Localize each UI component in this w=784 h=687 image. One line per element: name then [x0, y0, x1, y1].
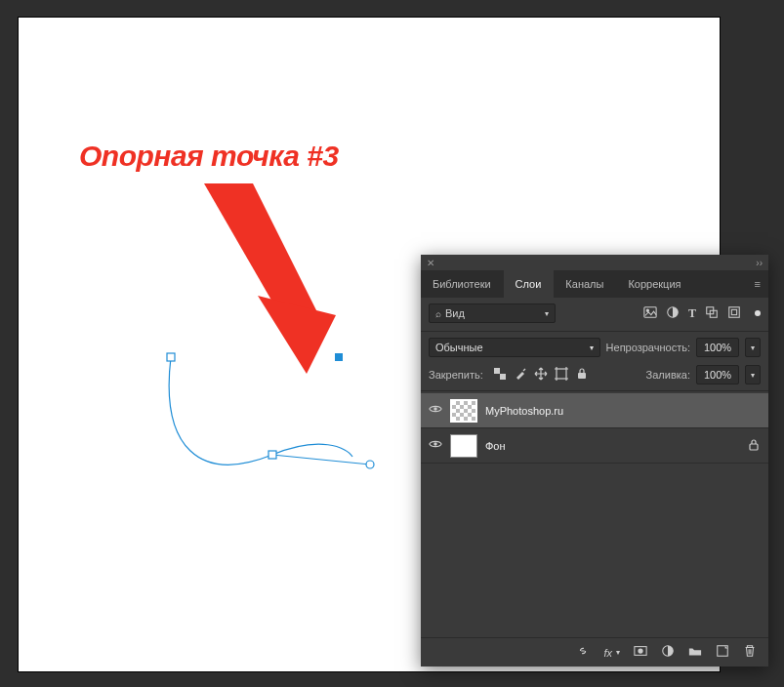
layers-list: MyPhotoshop.ru Фон [421, 393, 768, 637]
annotation-text: Опорная точка #3 [79, 140, 339, 173]
layers-panel: ✕ ›› Библиотеки Слои Каналы Коррекция ≡ … [421, 255, 768, 667]
anchor-point-1[interactable] [167, 353, 175, 361]
lock-move-icon[interactable] [534, 367, 548, 383]
add-mask-icon[interactable] [634, 644, 647, 661]
filter-smartobject-icon[interactable] [727, 305, 741, 322]
tab-layers[interactable]: Слои [504, 270, 555, 298]
layer-name: Фон [485, 440, 506, 452]
chevron-down-icon: ▾ [545, 309, 549, 318]
visibility-icon[interactable] [429, 437, 442, 454]
layer-row[interactable]: MyPhotoshop.ru [421, 393, 768, 428]
tab-channels[interactable]: Каналы [554, 270, 616, 298]
tab-adjustments[interactable]: Коррекция [616, 270, 693, 298]
svg-point-16 [433, 442, 437, 446]
anchor-point-3-selected[interactable] [335, 353, 343, 361]
panel-menu-icon[interactable]: ≡ [747, 270, 768, 298]
svg-rect-10 [494, 368, 500, 374]
svg-rect-17 [750, 444, 758, 450]
svg-rect-8 [729, 306, 740, 317]
fx-icon[interactable]: fx [603, 647, 612, 659]
fill-value[interactable]: 100% [696, 365, 739, 384]
panel-tabs: Библиотеки Слои Каналы Коррекция ≡ [421, 270, 768, 298]
lock-all-icon[interactable] [575, 367, 589, 383]
layer-row[interactable]: Фон [421, 428, 768, 464]
new-layer-icon[interactable] [716, 644, 729, 661]
tab-libraries[interactable]: Библиотеки [421, 270, 504, 298]
lock-artboard-icon[interactable] [555, 367, 568, 383]
bezier-path[interactable] [126, 340, 458, 535]
fill-chevron[interactable]: ▾ [745, 365, 761, 384]
svg-rect-14 [578, 373, 586, 379]
visibility-icon[interactable] [429, 402, 442, 419]
svg-rect-11 [500, 374, 506, 380]
fx-chevron-icon[interactable]: ▾ [616, 648, 620, 657]
direction-handle[interactable] [366, 461, 374, 468]
svg-rect-13 [557, 369, 566, 379]
blend-mode-dropdown[interactable]: Обычные ▾ [429, 338, 600, 357]
filter-toggle[interactable] [755, 310, 761, 316]
svg-rect-9 [731, 309, 736, 314]
svg-point-4 [646, 309, 648, 311]
layers-footer: fx ▾ [421, 637, 768, 667]
chevron-down-icon: ▾ [590, 344, 594, 352]
filter-image-icon[interactable] [643, 305, 657, 322]
link-layers-icon[interactable] [576, 644, 590, 661]
opacity-value[interactable]: 100% [696, 338, 739, 357]
filter-shape-icon[interactable] [705, 305, 719, 322]
filter-adjustment-icon[interactable] [666, 305, 680, 322]
group-icon[interactable] [688, 644, 702, 661]
svg-marker-0 [204, 183, 316, 310]
adjustment-layer-icon[interactable] [661, 644, 675, 661]
opacity-label: Непрозрачность: [606, 342, 690, 353]
svg-rect-12 [500, 368, 506, 374]
close-icon[interactable]: ✕ [427, 258, 434, 268]
svg-line-2 [272, 455, 370, 465]
lock-transparency-icon[interactable] [493, 367, 507, 383]
anchor-point-2[interactable] [268, 451, 276, 459]
layer-filter-dropdown[interactable]: ⌕ Вид ▾ [429, 303, 556, 323]
lock-icon [747, 438, 761, 454]
collapse-icon[interactable]: ›› [756, 258, 763, 268]
lock-label: Закрепить: [429, 369, 483, 381]
filter-type-icon[interactable]: T [688, 306, 696, 321]
svg-point-19 [638, 648, 642, 653]
fill-label: Заливка: [646, 369, 690, 381]
search-icon: ⌕ [435, 308, 441, 319]
layer-thumbnail[interactable] [450, 434, 477, 458]
blend-mode-value: Обычные [435, 342, 483, 353]
svg-point-15 [433, 407, 437, 411]
lock-brush-icon[interactable] [514, 367, 527, 383]
trash-icon[interactable] [743, 644, 757, 661]
layer-thumbnail[interactable] [450, 399, 477, 423]
layer-name: MyPhotoshop.ru [485, 405, 563, 417]
filter-label: Вид [445, 307, 465, 319]
opacity-chevron[interactable]: ▾ [745, 338, 761, 357]
